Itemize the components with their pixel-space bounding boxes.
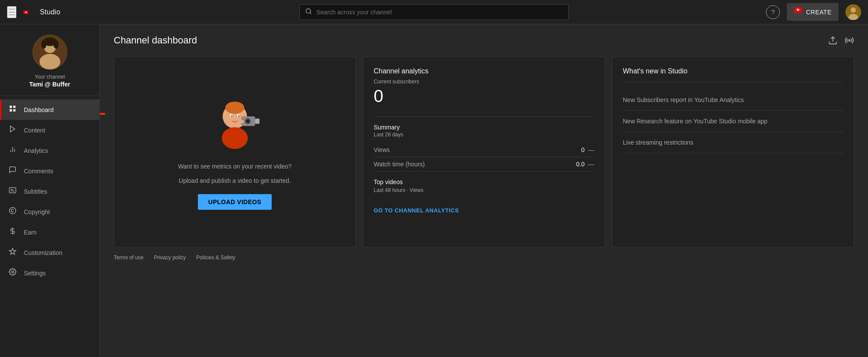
upload-text-line2: Upload and publish a video to get starte… <box>179 176 291 185</box>
footer-link-terms[interactable]: Terms of use <box>114 255 144 261</box>
top-navigation: ☰ Studio ? <box>0 0 868 24</box>
analytics-card: Channel analytics Current subscribers 0 … <box>363 56 605 248</box>
logo-area: Studio <box>23 7 60 17</box>
help-button[interactable]: ? <box>766 5 780 19</box>
channel-avatar-image <box>33 35 67 69</box>
search-icon <box>305 8 312 17</box>
dashboard-icon <box>8 105 17 115</box>
search-bar <box>107 4 761 20</box>
nav-right: ? CREATE <box>761 3 861 21</box>
svg-point-45 <box>231 115 233 116</box>
copyright-icon <box>8 207 17 217</box>
go-to-analytics-button[interactable]: GO TO CHANNEL ANALYTICS <box>374 207 459 214</box>
analytics-icon <box>8 145 17 155</box>
channel-label: Your channel <box>35 74 65 80</box>
dashboard-grid: Want to see metrics on your recent video… <box>114 56 854 248</box>
svg-point-16 <box>41 40 46 49</box>
svg-point-31 <box>12 271 14 273</box>
hamburger-menu[interactable]: ☰ <box>7 6 16 18</box>
sidebar-item-analytics[interactable]: Analytics <box>0 140 99 161</box>
upload-card: Want to see metrics on your recent video… <box>114 56 356 248</box>
views-stat-row: Views 0 — <box>374 143 594 157</box>
main-layout: Your channel Tami @ Buffer Dashboard <box>0 24 868 357</box>
svg-point-46 <box>238 115 240 116</box>
content-icon <box>8 125 17 135</box>
views-value-area: 0 — <box>581 146 594 153</box>
svg-rect-6 <box>795 13 797 14</box>
sidebar-item-copyright[interactable]: Copyright <box>0 202 99 222</box>
sidebar-item-label-analytics: Analytics <box>24 147 48 154</box>
footer-link-privacy[interactable]: Privacy policy <box>154 255 186 261</box>
main-content: Channel dashboard <box>100 24 868 357</box>
create-button[interactable]: CREATE <box>787 3 838 21</box>
create-plus-icon <box>794 7 802 17</box>
summary-title: Summary <box>374 124 594 131</box>
sidebar-item-subtitles[interactable]: Subtitles <box>0 181 99 202</box>
news-item-1[interactable]: New Research feature on YouTube Studio m… <box>623 111 843 132</box>
svg-point-41 <box>246 119 250 123</box>
studio-label: Studio <box>40 8 60 16</box>
svg-rect-42 <box>237 120 244 123</box>
sidebar-nav: Dashboard Content Anal <box>0 96 99 287</box>
page-title: Channel dashboard <box>114 35 197 46</box>
svg-rect-18 <box>10 106 12 108</box>
svg-point-36 <box>225 102 244 114</box>
svg-rect-19 <box>13 106 16 108</box>
top-videos-period: Last 48 hours · Views <box>374 187 594 193</box>
watch-time-stat-row: Watch time (hours) 0.0 — <box>374 157 594 172</box>
channel-avatar <box>33 35 67 69</box>
earn-icon <box>8 227 17 237</box>
svg-line-3 <box>310 13 311 14</box>
upload-videos-button[interactable]: UPLOAD VIDEOS <box>198 194 272 210</box>
avatar-image <box>845 4 861 20</box>
svg-point-37 <box>222 127 248 149</box>
news-item-0[interactable]: New Subscribers report in YouTube Analyt… <box>623 89 843 111</box>
sidebar-item-dashboard[interactable]: Dashboard <box>0 99 99 120</box>
search-bar-inner <box>299 4 569 20</box>
create-label: CREATE <box>806 9 832 16</box>
sidebar-item-label-comments: Comments <box>24 168 53 175</box>
sidebar-item-settings[interactable]: Settings <box>0 263 99 283</box>
settings-icon <box>8 268 17 278</box>
views-value: 0 <box>581 146 585 153</box>
sidebar: Your channel Tami @ Buffer Dashboard <box>0 24 100 357</box>
svg-point-2 <box>306 9 311 13</box>
svg-rect-21 <box>13 109 16 112</box>
subtitles-icon <box>8 186 17 196</box>
whats-new-card: What's new in Studio New Subscribers rep… <box>612 56 854 248</box>
views-dash: — <box>588 146 594 153</box>
analytics-divider-1 <box>374 116 594 117</box>
sidebar-item-label-customization: Customization <box>24 249 62 256</box>
svg-point-34 <box>848 40 850 41</box>
upload-icon-button[interactable] <box>828 36 838 45</box>
watch-time-value: 0.0 <box>576 161 585 168</box>
svg-point-10 <box>851 7 856 13</box>
sidebar-item-customization[interactable]: Customization <box>0 242 99 263</box>
upload-text-line1: Want to see metrics on your recent video… <box>178 162 292 171</box>
watch-time-value-area: 0.0 — <box>576 161 594 168</box>
svg-point-29 <box>10 208 16 214</box>
upload-illustration <box>204 95 265 157</box>
sidebar-item-content[interactable]: Content <box>0 120 99 140</box>
channel-name: Tami @ Buffer <box>29 81 70 88</box>
sidebar-item-label-dashboard: Dashboard <box>24 106 54 113</box>
svg-marker-22 <box>10 126 15 132</box>
news-item-2[interactable]: Live streaming restrictions <box>623 132 843 153</box>
sidebar-item-label-earn: Earn <box>24 229 37 236</box>
sidebar-item-comments[interactable]: Comments <box>0 161 99 181</box>
analytics-card-title: Channel analytics <box>374 67 594 75</box>
sidebar-item-label-subtitles: Subtitles <box>24 188 47 195</box>
svg-point-17 <box>53 40 59 49</box>
svg-rect-26 <box>10 188 16 193</box>
broadcast-icon-button[interactable] <box>845 36 854 45</box>
youtube-logo-icon <box>23 7 37 17</box>
user-avatar[interactable] <box>845 4 861 20</box>
sidebar-item-earn[interactable]: Earn <box>0 222 99 242</box>
svg-point-14 <box>39 54 60 69</box>
footer-link-policies[interactable]: Policies & Safety <box>196 255 235 261</box>
top-videos-title: Top videos <box>374 178 594 185</box>
arrow-annotation <box>100 105 109 124</box>
svg-rect-39 <box>255 119 260 124</box>
search-input[interactable] <box>316 9 563 16</box>
svg-rect-8 <box>800 13 802 14</box>
